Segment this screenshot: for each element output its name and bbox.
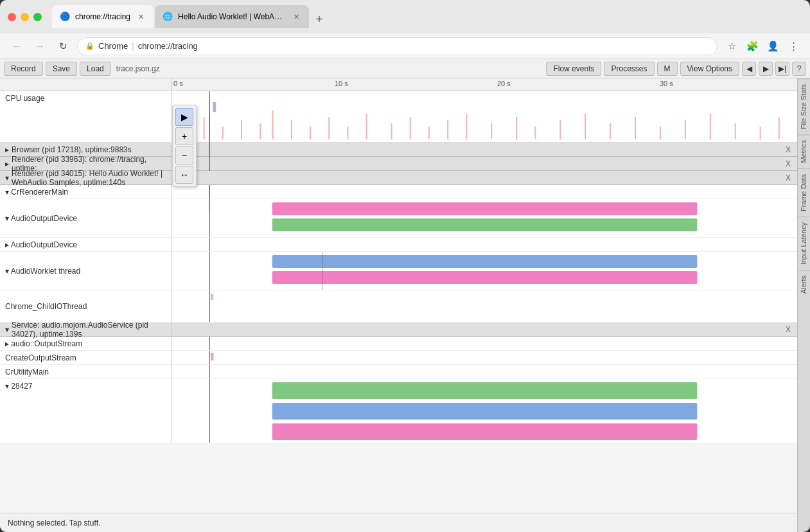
nav-address: chrome://tracing: [138, 41, 198, 51]
cr-renderer-bars: [172, 185, 797, 199]
sidebar-tab-frame-data[interactable]: Frame Data: [798, 168, 810, 217]
create-output-stream-bars: [172, 351, 797, 364]
timeline-header: 0 s 10 s 20 s 30 s: [0, 78, 797, 91]
right-sidebar: File Size Stats Metrics Frame Data Input…: [797, 78, 810, 532]
audio-output-device-label: ▾ AudioOutputDevice: [0, 199, 172, 237]
tab-close-icon-2[interactable]: ✕: [291, 12, 301, 22]
new-tab-button[interactable]: +: [310, 10, 328, 28]
tick-0s: 0 s: [173, 80, 183, 87]
back-button[interactable]: ←: [8, 37, 26, 55]
sidebar-tab-metrics[interactable]: Metrics: [798, 134, 810, 168]
28427-label: ▾ 28427: [0, 379, 172, 443]
audio-output-stream-label: ▸ audio::OutputStream: [0, 337, 172, 350]
extensions-button[interactable]: 🧩: [743, 37, 761, 55]
service-expand-icon: ▾: [5, 325, 9, 334]
timeline-next-button[interactable]: ▶: [759, 62, 773, 76]
chrome-child-io-row: Chrome_ChildIOThread: [0, 290, 797, 323]
save-button[interactable]: Save: [46, 62, 77, 76]
tab-favicon-2: 🌐: [163, 12, 173, 22]
renderer2-expand-icon: ▾: [5, 173, 9, 182]
tick-30s: 30 s: [660, 80, 673, 87]
sidebar-tab-alerts[interactable]: Alerts: [798, 270, 810, 299]
audio-worklet-label: ▾ AudioWorklet thread: [0, 252, 172, 290]
service-section-text: Service: audio.mojom.AudioService (pid 3…: [12, 321, 166, 339]
pan-tool-button[interactable]: ↔: [175, 166, 193, 184]
audio-worklet-row: ▾ AudioWorklet thread: [0, 252, 797, 290]
cr-utility-main-row: CrUtilityMain: [0, 365, 797, 379]
audio-output-device-content[interactable]: [172, 199, 797, 237]
renderer2-section-header[interactable]: ▾ Renderer (pid 34015): Hello Audio Work…: [0, 171, 797, 185]
renderer2-section-close[interactable]: X: [783, 173, 793, 183]
svg-rect-50: [272, 423, 698, 440]
svg-rect-48: [272, 382, 698, 399]
audio-output-stream-row: ▸ audio::OutputStream: [0, 337, 797, 351]
rows-container[interactable]: ▶ + − ↔ CPU usage: [0, 91, 797, 513]
service-section-header[interactable]: ▾ Service: audio.mojom.AudioService (pid…: [0, 323, 797, 337]
bookmark-button[interactable]: ☆: [723, 37, 741, 55]
renderer2-section-text: Renderer (pid 34015): Hello Audio Workle…: [12, 169, 166, 187]
zoom-out-tool-button[interactable]: −: [175, 146, 193, 164]
cr-utility-main-bars: [172, 365, 797, 378]
28427-bars: [172, 379, 797, 443]
nav-domain: Chrome: [98, 41, 128, 51]
sidebar-tab-input-latency[interactable]: Input Latency: [798, 217, 810, 270]
cpu-usage-label: CPU usage: [0, 91, 172, 142]
tab-tracing[interactable]: 🔵 chrome://tracing ✕: [52, 5, 154, 28]
trace-container: 0 s 10 s 20 s 30 s ▶ + − ↔ CPU usage: [0, 78, 797, 532]
status-bar: Nothing selected. Tap stuff.: [0, 513, 797, 532]
audio-output-stream-content[interactable]: [172, 337, 797, 350]
processes-button[interactable]: Processes: [604, 62, 654, 76]
help-button[interactable]: ?: [792, 62, 806, 76]
renderer1-section-close[interactable]: X: [783, 159, 793, 169]
profile-button[interactable]: 👤: [764, 37, 782, 55]
zoom-in-tool-button[interactable]: +: [175, 127, 193, 145]
chrome-child-io-content[interactable]: [172, 290, 797, 322]
svg-rect-35: [272, 218, 698, 231]
m-button[interactable]: M: [657, 62, 678, 76]
cr-renderer-main-content[interactable]: [172, 185, 797, 199]
audio-output-device-2-row: ▸ AudioOutputDevice: [0, 238, 797, 252]
reload-button[interactable]: ↻: [54, 37, 72, 55]
sidebar-tab-file-size[interactable]: File Size Stats: [798, 78, 810, 134]
svg-rect-45: [211, 353, 213, 360]
nav-icons: ☆ 🧩 👤 ⋮: [723, 37, 802, 55]
security-icon: 🔒: [85, 42, 94, 50]
svg-rect-30: [213, 102, 216, 112]
create-output-stream-content[interactable]: [172, 351, 797, 364]
address-separator: |: [132, 41, 134, 51]
cr-renderer-main-label: ▾ CrRendererMain: [0, 185, 172, 199]
maximize-button[interactable]: [33, 13, 42, 21]
tab-close-icon[interactable]: ✕: [136, 12, 146, 22]
menu-button[interactable]: ⋮: [784, 37, 802, 55]
renderer2-section-label: ▾ Renderer (pid 34015): Hello Audio Work…: [0, 169, 172, 187]
audio-worklet-bars: [172, 252, 797, 290]
audio-output-device-2-content[interactable]: [172, 238, 797, 251]
address-bar[interactable]: 🔒 Chrome | chrome://tracing: [77, 37, 718, 55]
close-button[interactable]: [8, 13, 16, 21]
status-message: Nothing selected. Tap stuff.: [8, 519, 100, 528]
timeline-prev-button[interactable]: ◀: [742, 62, 756, 76]
cr-utility-main-content[interactable]: [172, 365, 797, 378]
record-button[interactable]: Record: [4, 62, 43, 76]
main-area: 0 s 10 s 20 s 30 s ▶ + − ↔ CPU usage: [0, 78, 810, 532]
minimize-button[interactable]: [21, 13, 29, 21]
audio-output-device-bars: [172, 199, 797, 237]
tab-audio[interactable]: 🌐 Hello Audio Worklet! | WebAud… ✕: [155, 5, 309, 28]
audio-output-device-2-bars: [172, 238, 797, 251]
audio-output-stream-bars: [172, 337, 797, 350]
audio-worklet-content[interactable]: [172, 252, 797, 290]
load-button[interactable]: Load: [80, 62, 111, 76]
view-options-button[interactable]: View Options: [680, 62, 739, 76]
renderer1-expand-icon: ▸: [5, 159, 9, 168]
svg-rect-38: [272, 255, 698, 268]
cursor-tool-button[interactable]: ▶: [175, 108, 193, 126]
tick-10s: 10 s: [335, 80, 348, 87]
timeline-end-button[interactable]: ▶|: [775, 62, 789, 76]
flow-events-button[interactable]: Flow events: [546, 62, 601, 76]
cr-utility-main-label: CrUtilityMain: [0, 365, 172, 378]
audio-output-device-2-label: ▸ AudioOutputDevice: [0, 238, 172, 251]
forward-button[interactable]: →: [31, 37, 49, 55]
28427-row: ▾ 28427: [0, 379, 797, 443]
service-section-close[interactable]: X: [783, 324, 793, 335]
28427-content[interactable]: [172, 379, 797, 443]
